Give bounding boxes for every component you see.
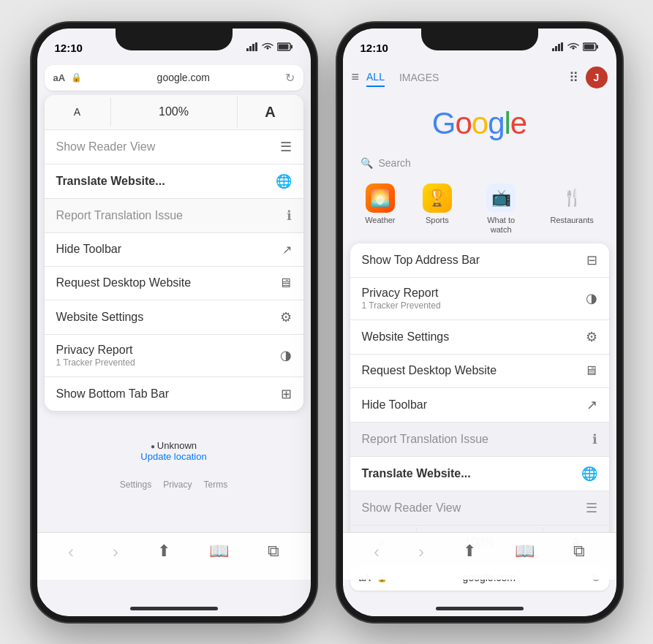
bottom-tab-icon-1: ⊞ — [281, 386, 292, 402]
forward-btn-1[interactable]: › — [107, 539, 124, 565]
text-size-aa-1[interactable]: aA — [53, 72, 66, 83]
shortcut-weather-2[interactable]: 🌅 Weather — [365, 183, 395, 235]
bottom-toolbar-2: ‹ › ⬆ 📖 ⧉ — [343, 532, 616, 580]
shortcut-sports-2[interactable]: 🏆 Sports — [423, 183, 452, 235]
tabs-btn-2[interactable]: ⧉ — [567, 539, 591, 565]
signal-icon-2 — [552, 42, 564, 53]
menu-item-label-translate-1: Translate Website... — [56, 175, 165, 188]
menu-item-hide-toolbar-2[interactable]: Hide Toolbar ↗ — [350, 388, 609, 423]
menu-item-label-desktop-1: Request Desktop Website — [56, 276, 192, 289]
hide-toolbar-icon-1: ↗ — [282, 243, 292, 257]
svg-rect-6 — [278, 45, 288, 50]
google-o1-2: o — [455, 106, 471, 140]
forward-btn-2[interactable]: › — [412, 539, 430, 565]
menu-item-label-translate-2: Translate Website... — [362, 467, 471, 480]
menu-item-hide-toolbar-1[interactable]: Hide Toolbar ↗ — [45, 233, 303, 267]
desktop-icon-2: 🖥 — [584, 363, 597, 379]
status-time-2: 12:10 — [361, 42, 388, 54]
reload-icon-1[interactable]: ↻ — [285, 71, 295, 85]
restaurants-icon-2: 🍴 — [557, 183, 586, 213]
menu-sheet-2: Show Top Address Bar ⊟ Privacy Report 1 … — [350, 243, 609, 561]
settings-icon-1: ⚙ — [280, 309, 292, 325]
menu-item-reader-view-1[interactable]: Show Reader View ☰ — [45, 130, 303, 164]
font-decrease-btn-1[interactable]: A — [45, 97, 111, 126]
menu-item-reader-view-2[interactable]: Show Reader View ☰ — [350, 491, 609, 526]
menu-item-desktop-1[interactable]: Request Desktop Website 🖥 — [45, 267, 303, 300]
lock-icon-1: 🔒 — [71, 72, 82, 83]
menu-item-privacy-2[interactable]: Privacy Report 1 Tracker Prevented ◑ — [350, 278, 609, 320]
google-logo-2: Google — [343, 94, 616, 148]
svg-rect-7 — [552, 48, 554, 51]
menu-item-translate-1[interactable]: Translate Website... 🌐 — [45, 164, 303, 199]
avatar-2[interactable]: J — [586, 67, 608, 88]
back-btn-1[interactable]: ‹ — [62, 539, 80, 565]
search-placeholder-2: Search — [379, 157, 411, 169]
menu-icon-2[interactable]: ≡ — [352, 69, 360, 85]
footer-settings-1[interactable]: Settings — [120, 480, 151, 490]
nav-tabs-2: ALL IMAGES — [366, 68, 561, 87]
svg-rect-1 — [249, 46, 252, 51]
shortcut-watch-label-2: What to watch — [479, 216, 523, 235]
shortcuts-bar-2: 🌅 Weather 🏆 Sports 📺 What to watch 🍴 Res… — [343, 181, 616, 240]
scene: 12:10 — [31, 23, 622, 622]
signal-icon-1 — [246, 42, 258, 53]
battery-icon-1 — [277, 42, 293, 53]
footer-terms-1[interactable]: Terms — [204, 480, 228, 490]
shortcut-sports-label-2: Sports — [426, 216, 449, 224]
home-indicator-1 — [130, 607, 218, 610]
menu-item-label-hide-toolbar-2: Hide Toolbar — [362, 398, 428, 412]
font-increase-btn-1[interactable]: A — [238, 95, 303, 129]
menu-item-top-address-bar-2[interactable]: Show Top Address Bar ⊟ — [350, 243, 609, 278]
font-controls-1: A 100% A — [45, 95, 303, 130]
menu-item-translate-2[interactable]: Translate Website... 🌐 — [350, 457, 609, 491]
translate-icon-1: 🌐 — [276, 173, 292, 189]
menu-item-settings-1[interactable]: Website Settings ⚙ — [45, 300, 303, 335]
location-area-1: ● Unknown Update location — [49, 428, 299, 474]
menu-item-label-report-translation-1: Report Translation Issue — [56, 209, 183, 222]
grid-icon-2[interactable]: ⠿ — [569, 69, 578, 86]
shortcut-restaurants-2[interactable]: 🍴 Restaurants — [551, 183, 594, 235]
wifi-icon-2 — [567, 42, 579, 53]
status-bar-1: 12:10 — [37, 29, 311, 61]
phone-2: 12:10 — [337, 23, 622, 622]
shortcut-restaurants-label-2: Restaurants — [551, 216, 594, 224]
tab-all-2[interactable]: ALL — [366, 68, 385, 87]
font-size-1: 100% — [111, 96, 238, 127]
translate-icon-2: 🌐 — [581, 466, 597, 482]
menu-item-privacy-1[interactable]: Privacy Report 1 Tracker Prevented ◑ — [45, 335, 303, 377]
status-time-1: 12:10 — [55, 42, 83, 54]
menu-item-bottom-tab-1[interactable]: Show Bottom Tab Bar ⊞ — [45, 377, 303, 411]
search-bar-2[interactable]: 🔍 Search — [352, 151, 608, 175]
reader-view-icon-1: ☰ — [280, 139, 292, 155]
menu-item-report-translation-2[interactable]: Report Translation Issue ℹ — [350, 423, 609, 457]
back-btn-2[interactable]: ‹ — [368, 539, 385, 565]
svg-rect-5 — [290, 45, 292, 49]
share-btn-1[interactable]: ⬆ — [151, 539, 176, 565]
share-btn-2[interactable]: ⬆ — [457, 539, 482, 565]
weather-icon-2: 🌅 — [366, 183, 395, 213]
page-content-1: ● Unknown Update location Settings Priva… — [37, 414, 311, 497]
google-l-2: l — [505, 106, 510, 140]
desktop-icon-1: 🖥 — [279, 276, 292, 291]
google-e-2: e — [510, 106, 526, 140]
svg-rect-8 — [555, 46, 557, 51]
tabs-btn-1[interactable]: ⧉ — [262, 539, 285, 565]
url-text-1[interactable]: google.com — [88, 72, 279, 83]
svg-rect-13 — [584, 45, 594, 50]
phone-1: 12:10 — [31, 23, 317, 622]
menu-item-settings-2[interactable]: Website Settings ⚙ — [350, 320, 609, 355]
google-g2-2: g — [488, 106, 504, 140]
menu-item-report-translation-1[interactable]: Report Translation Issue ℹ — [45, 199, 303, 233]
shortcut-watch-2[interactable]: 📺 What to watch — [479, 183, 523, 235]
address-bar-1[interactable]: aA 🔒 google.com ↻ — [45, 65, 303, 91]
menu-item-desktop-2[interactable]: Request Desktop Website 🖥 — [350, 355, 609, 388]
menu-item-label-privacy-2: Privacy Report — [362, 287, 441, 300]
location-link-1[interactable]: Update location — [140, 451, 206, 462]
tab-images-2[interactable]: IMAGES — [399, 69, 439, 86]
battery-icon-2 — [583, 42, 599, 53]
bookmarks-btn-1[interactable]: 📖 — [203, 539, 235, 565]
footer-privacy-1[interactable]: Privacy — [163, 480, 192, 490]
privacy-icon-2: ◑ — [586, 290, 597, 306]
bookmarks-btn-2[interactable]: 📖 — [509, 539, 540, 565]
status-icons-1 — [246, 42, 293, 53]
